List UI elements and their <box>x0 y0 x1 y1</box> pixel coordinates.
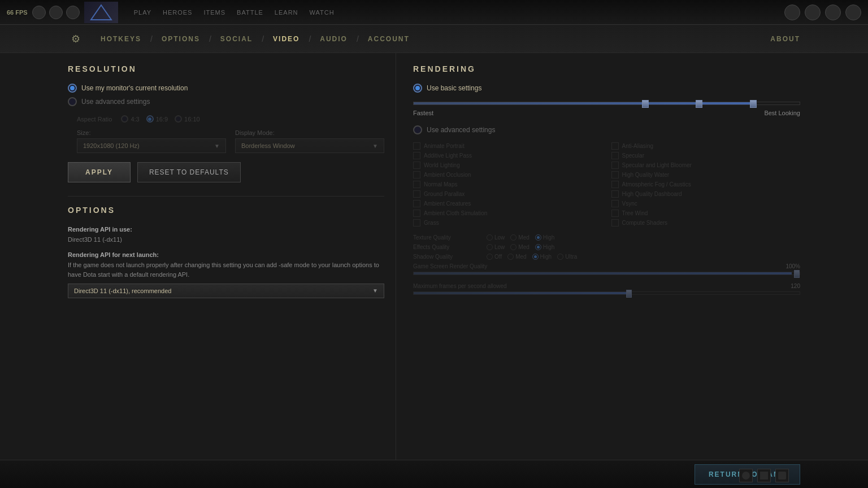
shadow-high[interactable]: High <box>532 254 552 260</box>
shadow-ultra[interactable]: Ultra <box>557 254 577 260</box>
checkbox-item-7[interactable]: High Quality Water <box>611 171 801 178</box>
shadow-high-radio <box>532 254 539 260</box>
top-icon-3[interactable] <box>66 6 80 19</box>
checkbox-item-14[interactable]: Ambient Cloth Simulation <box>413 210 602 217</box>
max-fps-fill <box>414 292 626 294</box>
avatar-icon[interactable] <box>784 5 800 20</box>
radio-basic-inner <box>415 86 420 90</box>
radio-monitor-resolution[interactable]: Use my monitor's current resolution <box>68 84 384 93</box>
tab-account[interactable]: ACCOUNT <box>360 35 418 43</box>
checkbox-box-14 <box>413 210 420 217</box>
close-icon[interactable] <box>845 5 861 20</box>
texture-quality-label: Texture Quality <box>413 234 481 241</box>
tab-about[interactable]: ABOUT <box>770 35 800 43</box>
tab-video[interactable]: VIDEO <box>265 35 307 43</box>
quality-slider-track[interactable] <box>413 102 800 105</box>
texture-med[interactable]: Med <box>510 234 529 241</box>
max-fps-thumb[interactable] <box>626 290 632 298</box>
effects-med[interactable]: Med <box>510 244 529 250</box>
top-icons <box>32 6 80 19</box>
checkbox-item-2[interactable]: Additive Light Pass <box>413 152 602 159</box>
top-nav-battle[interactable]: BATTLE <box>237 9 263 16</box>
checkbox-item-13[interactable]: Vsync <box>611 200 801 207</box>
checkbox-box-10 <box>413 190 420 198</box>
top-nav-watch[interactable]: WATCH <box>310 9 335 16</box>
quality-slider-thumb-2[interactable] <box>696 100 702 108</box>
aspect-4-3-label: 4:3 <box>131 116 139 123</box>
bottom-icon-3[interactable] <box>775 469 789 482</box>
display-mode-value: Borderless Window <box>241 142 295 149</box>
quality-slider-thumb-3[interactable] <box>750 100 757 108</box>
checkbox-label-9: Atmospheric Fog / Caustics <box>622 181 691 188</box>
effects-low[interactable]: Low <box>487 244 505 250</box>
quality-slider-thumb-1[interactable] <box>642 100 649 108</box>
checkbox-box-6 <box>413 171 420 178</box>
texture-high[interactable]: High <box>535 234 555 241</box>
top-icon-1[interactable] <box>32 6 46 19</box>
tab-audio[interactable]: AUDIO <box>312 35 355 43</box>
top-icon-2[interactable] <box>49 6 63 19</box>
fps-counter: 66 FPS <box>7 9 28 16</box>
gsrq-slider[interactable] <box>413 272 800 275</box>
radio-basic-settings[interactable]: Use basic settings <box>413 84 800 93</box>
bottom-icon-2[interactable] <box>757 469 771 482</box>
aspect-16-10[interactable]: 16:10 <box>175 115 200 123</box>
checkbox-item-16[interactable]: Grass <box>413 219 602 226</box>
minimize-icon[interactable] <box>825 5 841 20</box>
checkbox-label-1: Anti-Aliasing <box>622 143 654 149</box>
checkbox-item-5[interactable]: Specular and Light Bloomer <box>611 162 801 169</box>
right-panel: RENDERING Use basic settings Fastest Bes… <box>396 53 800 460</box>
display-mode-dropdown[interactable]: Borderless Window ▼ <box>235 138 384 153</box>
top-nav-heroes[interactable]: HEROES <box>163 9 192 16</box>
radio-monitor-inner <box>70 86 75 90</box>
shadow-high-label: High <box>540 254 552 260</box>
reset-button[interactable]: RESET TO DEFAULTS <box>137 162 241 182</box>
checkbox-item-10[interactable]: Ground Parallax <box>413 190 602 198</box>
size-dropdown[interactable]: 1920x1080 (120 Hz) ▼ <box>77 138 226 153</box>
top-nav-learn[interactable]: LEARN <box>275 9 298 16</box>
dota-logo <box>84 2 118 23</box>
radio-advanced-rendering[interactable]: Use advanced settings <box>413 125 800 134</box>
tab-hotkeys[interactable]: HOTKEYS <box>93 35 149 43</box>
settings-top-icon[interactable] <box>805 5 821 20</box>
checkbox-label-0: Animate Portrait <box>424 143 465 149</box>
checkbox-item-6[interactable]: Ambient Occlusion <box>413 171 602 178</box>
gsrq-thumb[interactable] <box>794 270 800 278</box>
effects-high[interactable]: High <box>535 244 555 250</box>
checkbox-item-8[interactable]: Normal Maps <box>413 181 602 188</box>
checkbox-item-17[interactable]: Compute Shaders <box>611 219 801 226</box>
max-fps-slider[interactable] <box>413 291 800 295</box>
checkbox-item-15[interactable]: Tree Wind <box>611 210 801 217</box>
slider-fastest: Fastest <box>413 110 433 116</box>
tab-social[interactable]: SOCIAL <box>212 35 261 43</box>
checkbox-item-3[interactable]: Specular <box>611 152 801 159</box>
top-nav-play[interactable]: PLAY <box>134 9 151 16</box>
effects-quality-label: Effects Quality <box>413 244 481 250</box>
radio-advanced-resolution[interactable]: Use advanced settings <box>68 97 384 106</box>
top-bar: 66 FPS PLAY HEROES ITEMS BATTLE LEARN WA… <box>0 0 868 25</box>
api-dropdown[interactable]: Direct3D 11 (-dx11), recommended ▼ <box>68 284 384 298</box>
bottom-icon-1[interactable] <box>739 469 753 482</box>
aspect-4-3[interactable]: 4:3 <box>121 115 139 123</box>
checkbox-item-4[interactable]: World Lighting <box>413 162 602 169</box>
checkbox-box-3 <box>611 152 619 159</box>
aspect-16-9[interactable]: 16:9 <box>146 115 168 123</box>
checkbox-item-1[interactable]: Anti-Aliasing <box>611 142 801 150</box>
shadow-med[interactable]: Med <box>507 254 526 260</box>
checkbox-item-0[interactable]: Animate Portrait <box>413 142 602 150</box>
aspect-16-9-label: 16:9 <box>156 116 168 123</box>
apply-button[interactable]: APPLY <box>68 162 131 182</box>
checkbox-box-17 <box>611 219 619 226</box>
checkbox-item-11[interactable]: High Quality Dashboard <box>611 190 801 198</box>
dropdowns-row: Size: 1920x1080 (120 Hz) ▼ Display Mode:… <box>77 129 384 153</box>
checkbox-item-9[interactable]: Atmospheric Fog / Caustics <box>611 181 801 188</box>
tab-options[interactable]: OPTIONS <box>154 35 208 43</box>
shadow-off[interactable]: Off <box>487 254 502 260</box>
checkbox-item-12[interactable]: Ambient Creatures <box>413 200 602 207</box>
nav-tabs: HOTKEYS / OPTIONS / SOCIAL / VIDEO / AUD… <box>93 34 770 43</box>
svg-marker-0 <box>91 5 111 20</box>
top-nav-items-link[interactable]: ITEMS <box>203 9 225 16</box>
effects-quality-options: Low Med High <box>487 244 554 250</box>
resolution-heading: RESOLUTION <box>68 64 384 73</box>
texture-low[interactable]: Low <box>487 234 505 241</box>
